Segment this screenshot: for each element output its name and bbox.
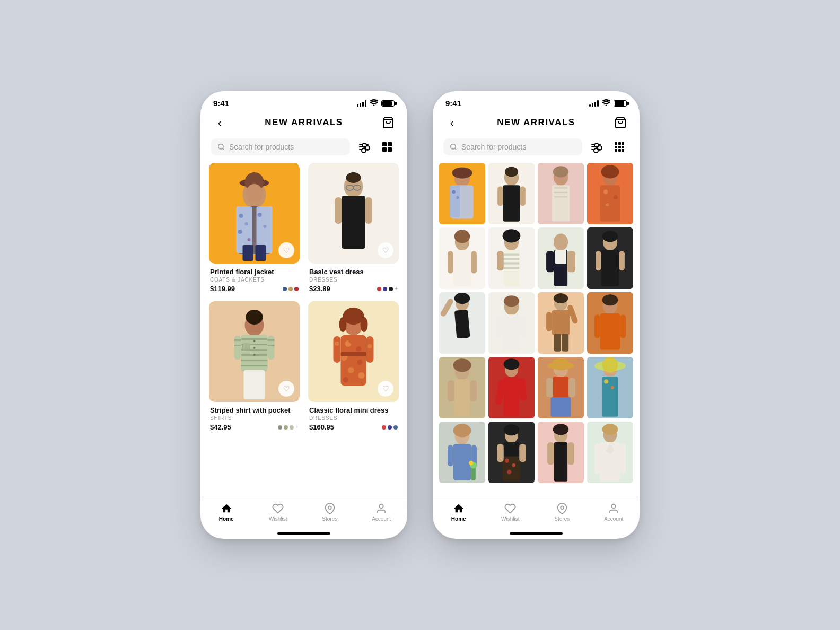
app-header-2: ‹ NEW ARRIVALS — [433, 112, 640, 137]
product-card-1[interactable]: ♡ Printed floral jacket COATS & JACKETS … — [209, 163, 300, 293]
svg-rect-80 — [497, 186, 503, 206]
nav-label-stores-2: Stores — [554, 516, 570, 522]
cart-button-2[interactable] — [612, 114, 629, 131]
color-dot[interactable] — [294, 287, 299, 291]
status-bar-1: 9:41 — [200, 91, 407, 112]
svg-rect-119 — [454, 310, 470, 339]
color-dot[interactable] — [290, 425, 294, 430]
svg-point-122 — [504, 295, 520, 307]
thumb-5[interactable] — [439, 228, 485, 289]
thumb-6[interactable] — [488, 228, 535, 289]
thumb-15[interactable] — [538, 357, 584, 418]
wishlist-heart-4[interactable]: ♡ — [378, 381, 393, 397]
svg-point-193 — [612, 504, 616, 508]
wifi-icon-1 — [370, 99, 378, 107]
svg-rect-44 — [234, 339, 241, 341]
product-card-2[interactable]: ♡ Basic vest dress DRESSES $23.89 + — [308, 163, 399, 293]
filter-button-1[interactable] — [354, 137, 373, 156]
phone-2: 9:41 ‹ NEW ARRIVALS — [433, 91, 640, 539]
product-image-3: ♡ — [209, 301, 300, 402]
svg-point-176 — [507, 470, 511, 474]
product-card-3[interactable]: ♡ Striped shirt with pocket SHIRTS $42.9… — [209, 301, 300, 431]
svg-rect-97 — [448, 251, 453, 273]
svg-rect-104 — [504, 262, 520, 264]
svg-rect-47 — [268, 345, 275, 346]
thumb-18[interactable] — [488, 422, 535, 483]
svg-rect-86 — [554, 192, 567, 193]
home-icon-1 — [221, 503, 232, 514]
thumb-12[interactable] — [587, 292, 633, 354]
svg-point-134 — [602, 294, 618, 305]
svg-point-75 — [452, 190, 456, 194]
svg-rect-35 — [241, 360, 268, 361]
nav-item-home-2[interactable]: Home — [443, 503, 475, 522]
svg-rect-74 — [450, 185, 460, 217]
back-button-2[interactable]: ‹ — [443, 114, 460, 131]
nav-item-stores-2[interactable]: Stores — [546, 503, 578, 522]
nav-item-home-1[interactable]: Home — [211, 503, 242, 522]
status-time-2: 9:41 — [445, 99, 461, 108]
color-dot[interactable] — [278, 425, 282, 430]
svg-point-69 — [451, 144, 456, 149]
svg-rect-36 — [241, 365, 268, 366]
nav-item-account-2[interactable]: Account — [598, 503, 629, 522]
svg-rect-182 — [555, 442, 558, 451]
grid-toggle-button-2[interactable] — [610, 137, 629, 156]
svg-point-65 — [368, 344, 372, 348]
svg-point-58 — [343, 377, 348, 382]
color-dot[interactable] — [377, 287, 381, 291]
color-dot[interactable] — [393, 425, 398, 430]
back-button-1[interactable]: ‹ — [211, 114, 228, 131]
nav-item-account-1[interactable]: Account — [365, 503, 397, 522]
bottom-nav-1: Home Wishlist Stores Account — [200, 497, 407, 532]
thumb-13[interactable] — [439, 357, 485, 418]
thumb-20[interactable] — [587, 422, 633, 483]
color-dot[interactable] — [383, 287, 387, 291]
color-dots-2: + — [377, 286, 398, 292]
thumb-17[interactable] — [439, 422, 485, 483]
color-dot[interactable] — [388, 425, 392, 430]
thumb-1[interactable] — [439, 163, 485, 224]
thumb-14[interactable] — [488, 357, 535, 418]
product-footer-2: $23.89 + — [309, 285, 398, 293]
thumb-11[interactable] — [538, 292, 584, 354]
svg-rect-131 — [554, 334, 561, 352]
thumb-4[interactable] — [587, 163, 633, 224]
thumb-9[interactable] — [439, 292, 485, 354]
app-header-1: ‹ NEW ARRIVALS — [200, 112, 407, 137]
svg-point-139 — [453, 358, 471, 372]
nav-item-wishlist-1[interactable]: Wishlist — [262, 503, 294, 522]
grid-toggle-button-1[interactable] — [378, 137, 397, 156]
nav-label-wishlist-1: Wishlist — [269, 516, 287, 522]
search-input-2[interactable]: Search for products — [443, 138, 582, 155]
product-name-1: Printed floral jacket — [210, 268, 299, 276]
nav-item-wishlist-2[interactable]: Wishlist — [494, 503, 526, 522]
color-dot[interactable] — [389, 287, 393, 291]
svg-rect-90 — [600, 185, 620, 222]
thumb-16[interactable] — [587, 357, 633, 418]
wishlist-heart-3[interactable]: ♡ — [278, 381, 294, 397]
nav-item-stores-1[interactable]: Stores — [314, 503, 346, 522]
product-card-4[interactable]: ♡ Classic floral mini dress DRESSES $160… — [308, 301, 399, 431]
thumb-2[interactable] — [488, 163, 535, 224]
wishlist-heart-2[interactable]: ♡ — [378, 242, 393, 258]
cart-button-1[interactable] — [380, 114, 397, 131]
thumb-7[interactable] — [538, 228, 584, 289]
svg-point-37 — [253, 340, 256, 342]
thumb-8[interactable] — [587, 228, 633, 289]
svg-point-95 — [454, 230, 470, 243]
cart-icon-2 — [614, 116, 627, 129]
color-dot[interactable] — [284, 425, 288, 430]
svg-point-157 — [602, 357, 618, 373]
search-input-1[interactable]: Search for products — [211, 138, 350, 155]
color-dot[interactable] — [283, 287, 287, 291]
svg-rect-164 — [453, 444, 471, 480]
thumb-3[interactable] — [538, 163, 584, 224]
thumb-19[interactable] — [538, 422, 584, 483]
thumb-10[interactable] — [488, 292, 535, 354]
filter-button-2[interactable] — [587, 137, 606, 156]
wishlist-heart-1[interactable]: ♡ — [278, 242, 294, 258]
color-dot[interactable] — [288, 287, 293, 291]
search-placeholder-2: Search for products — [461, 143, 526, 151]
color-dot[interactable] — [382, 425, 386, 430]
